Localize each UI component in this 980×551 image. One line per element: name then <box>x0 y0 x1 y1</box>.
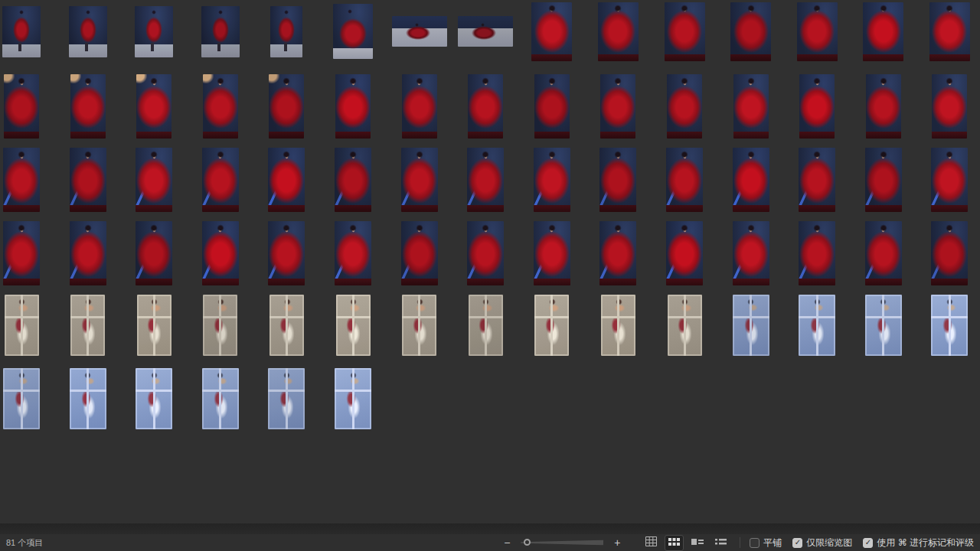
photo-thumbnail[interactable] <box>136 74 172 139</box>
photo-thumbnail[interactable] <box>336 295 371 356</box>
thumbnails-only-toggle[interactable]: ✓仅限缩览图 <box>792 536 852 549</box>
photo-thumbnail[interactable] <box>203 295 237 356</box>
photo-thumbnail[interactable] <box>335 74 371 139</box>
photo-thumbnail[interactable] <box>402 295 436 356</box>
photo-thumbnail[interactable] <box>137 295 172 356</box>
photo-thumbnail[interactable] <box>203 74 238 139</box>
photo-thumbnail[interactable] <box>534 74 570 139</box>
grid-view-button[interactable] <box>642 534 661 551</box>
photo-thumbnail[interactable] <box>929 2 970 61</box>
photo-thumbnail[interactable] <box>401 148 438 212</box>
photo-thumbnail[interactable] <box>598 2 639 61</box>
photo-thumbnail[interactable] <box>202 221 239 285</box>
photo-thumbnail[interactable] <box>270 295 304 356</box>
photo-thumbnail[interactable] <box>733 295 769 356</box>
photo-thumbnail[interactable] <box>69 6 107 57</box>
photo-thumbnail[interactable] <box>70 74 106 139</box>
photo-thumbnail[interactable] <box>70 368 106 429</box>
photo-thumbnail[interactable] <box>932 74 967 139</box>
photo-thumbnail[interactable] <box>668 295 702 356</box>
photo-thumbnail[interactable] <box>3 148 40 212</box>
photo-thumbnail[interactable] <box>4 74 39 139</box>
photo-thumbnail[interactable] <box>3 221 40 285</box>
photo-thumbnail[interactable] <box>70 221 106 285</box>
photo-thumbnail[interactable] <box>730 2 771 61</box>
photo-thumbnail[interactable] <box>392 16 447 47</box>
photo-thumbnail[interactable] <box>469 295 503 356</box>
photo-thumbnail[interactable] <box>458 16 513 47</box>
photo-thumbnail[interactable] <box>799 295 835 356</box>
photo-thumbnail[interactable] <box>863 2 903 61</box>
photo-thumbnail[interactable] <box>600 74 635 139</box>
checkbox-icon[interactable]: ✓ <box>863 538 873 548</box>
photo-thumbnail[interactable] <box>534 295 569 356</box>
photo-thumbnail[interactable] <box>268 221 305 285</box>
photo-thumbnail[interactable] <box>268 148 305 212</box>
photo-thumbnail[interactable] <box>70 295 105 356</box>
photo-thumbnail[interactable] <box>599 221 636 285</box>
photo-thumbnail[interactable] <box>666 148 703 212</box>
photo-thumbnail[interactable] <box>665 2 705 61</box>
photo-thumbnail[interactable] <box>866 74 901 139</box>
cmd-tagging-toggle[interactable]: ✓使用 ⌘ 进行标记和评级 <box>863 536 974 549</box>
photo-thumbnail[interactable] <box>534 221 570 285</box>
photo-thumbnail[interactable] <box>865 221 902 285</box>
photo-thumbnail[interactable] <box>733 148 769 212</box>
photo-thumbnail[interactable] <box>534 148 570 212</box>
photo-thumbnail[interactable] <box>667 74 702 139</box>
checkbox-icon[interactable]: ✓ <box>792 538 802 548</box>
photo-thumbnail[interactable] <box>931 295 968 356</box>
photo-thumbnail[interactable] <box>201 6 240 57</box>
photo-thumbnail[interactable] <box>136 221 172 285</box>
photo-thumbnail[interactable] <box>666 221 703 285</box>
zoom-in-button[interactable]: + <box>611 537 623 548</box>
toggle-label: 使用 ⌘ 进行标记和评级 <box>877 536 974 549</box>
photo-thumbnail[interactable] <box>135 6 173 57</box>
item-count: 81 个项目 <box>6 537 43 549</box>
content-view-button[interactable] <box>688 535 707 551</box>
photo-thumbnail[interactable] <box>865 148 902 212</box>
photo-thumbnail[interactable] <box>2 6 41 57</box>
photo-thumbnail[interactable] <box>335 148 371 212</box>
photo-thumbnail[interactable] <box>799 74 835 139</box>
photo-thumbnail[interactable] <box>202 148 239 212</box>
photo-thumbnail[interactable] <box>733 221 769 285</box>
photo-thumbnail[interactable] <box>335 221 371 285</box>
photo-thumbnail[interactable] <box>3 368 40 429</box>
photo-thumbnail[interactable] <box>468 74 503 139</box>
zoom-out-button[interactable]: − <box>501 537 513 548</box>
photo-thumbnail[interactable] <box>865 295 902 356</box>
photo-thumbnail[interactable] <box>599 148 636 212</box>
photo-thumbnail[interactable] <box>401 221 438 285</box>
thumbnail-view-button[interactable] <box>665 535 684 551</box>
photo-thumbnail[interactable] <box>931 148 968 212</box>
photo-thumbnail[interactable] <box>601 295 635 356</box>
photo-thumbnail[interactable] <box>797 2 838 61</box>
photo-thumbnail[interactable] <box>402 74 437 139</box>
photo-thumbnail[interactable] <box>733 74 769 139</box>
photo-thumbnail[interactable] <box>335 368 371 429</box>
photo-thumbnail[interactable] <box>136 148 172 212</box>
grid-outline-icon <box>645 536 657 549</box>
checkbox-icon[interactable] <box>750 538 760 548</box>
photo-thumbnail[interactable] <box>202 368 239 429</box>
photo-thumbnail[interactable] <box>270 6 302 57</box>
photo-thumbnail[interactable] <box>333 4 373 59</box>
photo-thumbnail[interactable] <box>531 2 572 61</box>
photo-thumbnail[interactable] <box>467 148 504 212</box>
photo-thumbnail[interactable] <box>799 148 835 212</box>
photo-thumbnail[interactable] <box>467 221 504 285</box>
list-view-button[interactable] <box>711 535 730 551</box>
photo-thumbnail[interactable] <box>268 368 305 429</box>
photo-thumbnail[interactable] <box>269 74 304 139</box>
photo-thumbnail[interactable] <box>70 148 106 212</box>
content-view-icon <box>691 537 704 549</box>
thumbnail-size-slider[interactable] <box>521 538 603 547</box>
toggle-label: 平铺 <box>763 536 782 549</box>
photo-thumbnail[interactable] <box>799 221 835 285</box>
photo-thumbnail[interactable] <box>5 295 39 356</box>
photo-thumbnail[interactable] <box>136 368 172 429</box>
tile-toggle[interactable]: 平铺 <box>750 536 782 549</box>
photo-thumbnail[interactable] <box>931 221 968 285</box>
slider-handle[interactable] <box>524 539 531 546</box>
